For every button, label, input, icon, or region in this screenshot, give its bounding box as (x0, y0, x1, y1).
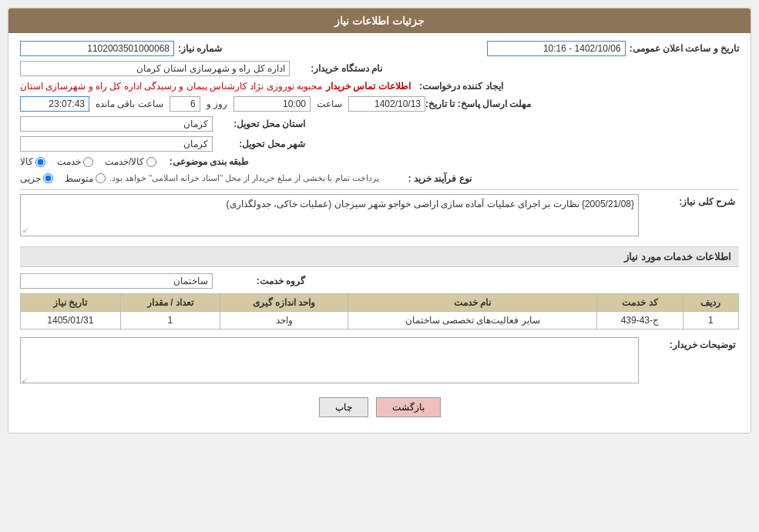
category-option-goods[interactable]: کالا (20, 156, 45, 167)
general-desc-text: {2005/21/08} نظارت بر اجرای عملیات آماده… (227, 199, 634, 209)
province-field: کرمان (20, 116, 213, 132)
cell-date: 1405/01/31 (21, 312, 121, 330)
service-info-section: اطلاعات خدمات مورد نیاز (20, 246, 739, 267)
cell-unit: واحد (220, 312, 348, 330)
category-radio-group: کالا/خدمت خدمت کالا (20, 156, 156, 167)
general-desc-box: {2005/21/08} نظارت بر اجرای عملیات آماده… (20, 194, 639, 236)
process-radio-minor[interactable] (43, 173, 53, 183)
process-option-medium[interactable]: متوسط (65, 173, 106, 184)
requester-contact-link[interactable]: اطلاعات تماس خریدار (326, 81, 411, 92)
city-label: شهر محل تحویل: (213, 139, 305, 149)
category-option-service-goods[interactable]: کالا/خدمت (105, 156, 156, 167)
order-number-label: شماره نیاز: (178, 43, 222, 54)
service-group-label: گروه خدمت: (213, 276, 305, 286)
reply-deadline-label: مهلت ارسال پاسخ: تا تاریخ: (425, 99, 531, 109)
col-header-unit: واحد اندازه گیری (220, 294, 348, 312)
order-number-field: 1102003501000068 (20, 41, 174, 56)
remaining-label: ساعت باقی مانده (96, 99, 163, 109)
service-group-field: ساختمان (20, 273, 213, 289)
announce-date-label: تاریخ و ساعت اعلان عمومی: (630, 43, 739, 54)
process-radio-medium[interactable] (96, 173, 106, 183)
cell-qty: 1 (120, 312, 220, 330)
cell-row: 1 (683, 312, 738, 330)
requester-label: ایجاد کننده درخواست: (411, 81, 503, 92)
category-radio-service-goods[interactable] (146, 157, 156, 167)
buyer-notes-textarea[interactable] (20, 337, 639, 383)
category-label-goods: کالا (20, 156, 33, 167)
process-option-minor[interactable]: جزیی (20, 173, 53, 184)
services-table: ردیف کد خدمت نام خدمت واحد اندازه گیری ت… (20, 293, 739, 330)
city-field: کرمان (20, 136, 213, 152)
print-button[interactable]: چاپ (319, 397, 368, 417)
col-header-date: تاریخ نیاز (21, 294, 121, 312)
buyer-org-field: اداره کل راه و شهرسازی استان کرمان (20, 61, 290, 76)
category-radio-service[interactable] (83, 157, 93, 167)
process-label-minor: جزیی (20, 173, 41, 184)
buyer-org-label: نام دستگاه خریدار: (290, 63, 382, 74)
col-header-name: نام خدمت (348, 294, 597, 312)
back-button[interactable]: بازگشت (376, 397, 441, 417)
time-label: ساعت (317, 99, 342, 109)
category-label-service-goods: کالا/خدمت (105, 156, 144, 167)
col-header-qty: تعداد / مقدار (120, 294, 220, 312)
process-label-medium: متوسط (65, 173, 93, 184)
reply-date-field: 1402/10/13 (348, 96, 425, 112)
requester-name-text: محبوبه نوروزی نژاد کارشناس پیمان و رسیدگ… (20, 81, 322, 92)
button-group: بازگشت چاپ (20, 397, 739, 417)
general-desc-label: شرح کلی نیاز: (643, 196, 735, 207)
category-option-service[interactable]: خدمت (57, 156, 93, 167)
day-label: روز و (207, 99, 227, 109)
category-radio-goods[interactable] (35, 157, 45, 167)
announce-date-field: 1402/10/06 - 10:16 (487, 41, 626, 56)
process-type-label: نوع فرآیند خرید : (379, 173, 472, 184)
process-radio-group: متوسط جزیی (20, 173, 106, 184)
category-label-service: خدمت (57, 156, 81, 167)
category-label: طبقه بندی موضوعی: (156, 156, 249, 167)
page-title: جزئیات اطلاعات نیاز (8, 8, 751, 33)
province-label: استان محل تحویل: (213, 119, 305, 129)
col-header-code: کد خدمت (597, 294, 683, 312)
buyer-notes-label: توضیحات خریدار: (643, 340, 735, 350)
process-note-text: پرداخت تمام یا بخشی از مبلغ خریدار از مح… (109, 172, 379, 185)
reply-days-field: 6 (170, 96, 200, 112)
reply-time-field: 10:00 (233, 96, 311, 112)
table-row: 1 ج-43-439 سایر فعالیت‌های تخصصی ساختمان… (21, 312, 739, 330)
reply-remaining-field: 23:07:43 (20, 96, 89, 112)
cell-code: ج-43-439 (597, 312, 683, 330)
col-header-row: ردیف (683, 294, 738, 312)
cell-name: سایر فعالیت‌های تخصصی ساختمان (348, 312, 597, 330)
